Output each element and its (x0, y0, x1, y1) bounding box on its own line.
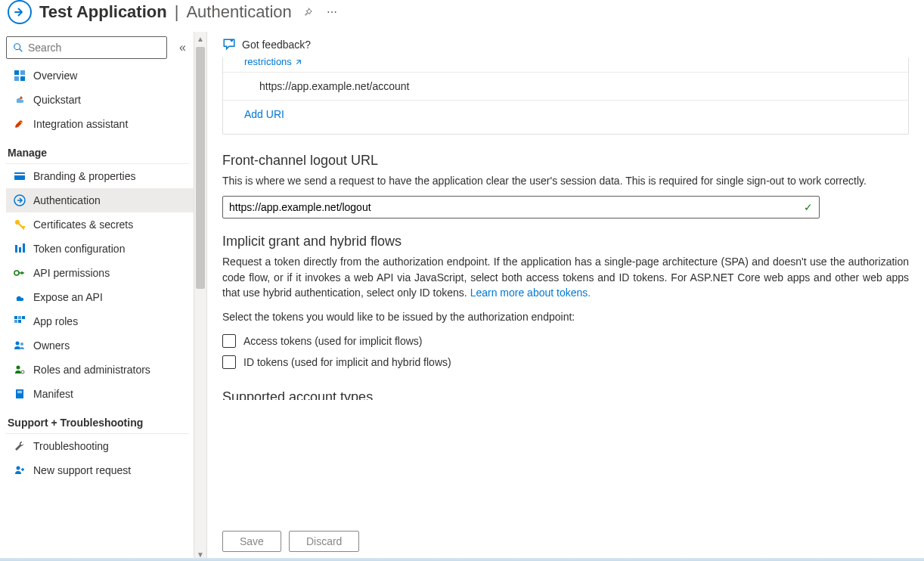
search-input[interactable] (28, 42, 160, 54)
api-perm-icon (14, 267, 26, 279)
sidebar-item-label: Branding & properties (33, 170, 135, 182)
scroll-thumb[interactable] (196, 47, 205, 289)
add-uri-link[interactable]: Add URI (223, 101, 908, 134)
app-logo-icon (8, 0, 32, 24)
svg-point-22 (17, 366, 20, 370)
svg-rect-11 (15, 245, 17, 253)
sidebar-item-label: Integration assistant (33, 118, 128, 130)
sidebar-item-new-support[interactable]: New support request (6, 458, 194, 482)
supported-account-types-title: Supported account types (222, 389, 909, 400)
restrictions-link[interactable]: restrictions (223, 57, 908, 67)
sidebar: « Overview Quickstart Integration assist… (0, 32, 194, 561)
footer-actions: Save Discard (207, 522, 924, 561)
sidebar-section-support: Support + Troubleshooting (6, 406, 194, 433)
manifest-icon (14, 388, 26, 400)
svg-rect-3 (20, 70, 25, 75)
people-icon (14, 339, 26, 352)
sidebar-item-owners[interactable]: Owners (6, 333, 194, 358)
id-tokens-checkbox[interactable] (222, 355, 236, 369)
svg-point-14 (14, 271, 19, 275)
sidebar-item-label: Authentication (33, 194, 101, 206)
svg-point-23 (21, 370, 24, 373)
logout-url-input[interactable] (229, 201, 804, 213)
page-header: Test Application | Authentication ⋯ (0, 0, 924, 32)
sidebar-item-label: App roles (33, 315, 78, 327)
person-plus-icon (14, 464, 26, 476)
sidebar-item-troubleshooting[interactable]: Troubleshooting (6, 434, 194, 458)
page-title: Authentication (186, 2, 291, 22)
id-tokens-checkbox-row: ID tokens (used for implicit and hybrid … (222, 352, 909, 373)
person-gear-icon (14, 364, 26, 376)
sidebar-item-branding[interactable]: Branding & properties (6, 164, 194, 188)
svg-rect-13 (23, 243, 25, 253)
pin-icon[interactable] (299, 4, 316, 20)
svg-rect-17 (22, 316, 25, 319)
access-tokens-checkbox[interactable] (222, 334, 236, 348)
content-scrollbar[interactable]: ▲ ▼ (194, 32, 207, 561)
logout-section-desc: This is where we send a request to have … (222, 173, 909, 188)
implicit-section-title: Implicit grant and hybrid flows (222, 234, 909, 250)
valid-check-icon: ✓ (804, 201, 813, 213)
save-button[interactable]: Save (222, 531, 281, 552)
svg-point-20 (16, 342, 20, 346)
discard-button[interactable]: Discard (289, 531, 359, 552)
search-icon (13, 42, 23, 53)
sidebar-item-app-roles[interactable]: App roles (6, 309, 194, 333)
svg-rect-4 (14, 76, 19, 81)
rocket-icon (14, 118, 26, 130)
svg-point-28 (231, 39, 233, 42)
access-tokens-label: Access tokens (used for implicit flows) (243, 335, 423, 347)
sidebar-item-label: Quickstart (33, 94, 81, 106)
grid-icon (14, 70, 26, 82)
sidebar-item-api-permissions[interactable]: API permissions (6, 261, 194, 285)
sidebar-item-label: Roles and administrators (33, 364, 150, 376)
sidebar-item-authentication[interactable]: Authentication (6, 188, 194, 212)
collapse-sidebar-icon[interactable]: « (175, 38, 191, 57)
sidebar-nav: Overview Quickstart Integration assistan… (6, 64, 194, 556)
more-icon[interactable]: ⋯ (324, 3, 340, 21)
sidebar-item-label: Expose an API (33, 291, 103, 303)
sidebar-item-manifest[interactable]: Manifest (6, 382, 194, 406)
wrench-icon (14, 440, 26, 452)
bars-icon (14, 243, 26, 255)
svg-rect-7 (14, 172, 25, 180)
scroll-up-icon[interactable]: ▲ (194, 32, 206, 45)
token-prompt: Select the tokens you would like to be i… (222, 311, 909, 323)
feedback-icon[interactable] (222, 38, 236, 51)
svg-point-0 (14, 44, 20, 50)
logout-section-title: Front-channel logout URL (222, 153, 909, 169)
redirect-uri-card: restrictions https://app.example.net/acc… (222, 57, 909, 135)
sidebar-item-label: API permissions (33, 267, 110, 279)
sidebar-item-quickstart[interactable]: Quickstart (6, 88, 194, 112)
svg-rect-25 (17, 391, 22, 392)
access-tokens-checkbox-row: Access tokens (used for implicit flows) (222, 330, 909, 352)
sidebar-item-label: New support request (33, 464, 131, 476)
logout-url-input-wrapper[interactable]: ✓ (222, 196, 820, 219)
sidebar-item-overview[interactable]: Overview (6, 64, 194, 88)
sidebar-item-expose-api[interactable]: Expose an API (6, 285, 194, 309)
svg-line-1 (20, 49, 23, 52)
sidebar-item-label: Overview (33, 70, 77, 82)
sidebar-item-label: Manifest (33, 388, 73, 400)
sidebar-item-certificates[interactable]: Certificates & secrets (6, 212, 194, 237)
search-input-wrapper[interactable] (6, 36, 167, 59)
sidebar-item-label: Token configuration (33, 243, 125, 255)
svg-rect-5 (20, 76, 25, 81)
app-name: Test Application (39, 2, 167, 22)
toolbar: Got feedback? (207, 32, 924, 57)
svg-rect-8 (14, 174, 25, 175)
sidebar-item-roles-admins[interactable]: Roles and administrators (6, 358, 194, 382)
feedback-link[interactable]: Got feedback? (242, 39, 311, 51)
redirect-uri-value: https://app.example.net/account (223, 73, 908, 100)
sidebar-item-token-config[interactable]: Token configuration (6, 237, 194, 261)
svg-point-27 (17, 466, 20, 470)
card-icon (14, 170, 26, 182)
sidebar-item-integration-assistant[interactable]: Integration assistant (6, 112, 194, 136)
sidebar-item-label: Certificates & secrets (33, 219, 133, 231)
learn-more-tokens-link[interactable]: Learn more about tokens. (470, 287, 591, 299)
id-tokens-label: ID tokens (used for implicit and hybrid … (243, 356, 451, 368)
sidebar-item-label: Owners (33, 339, 70, 352)
auth-icon (14, 194, 26, 206)
window-bottom-border (0, 558, 924, 561)
svg-rect-18 (14, 320, 17, 323)
